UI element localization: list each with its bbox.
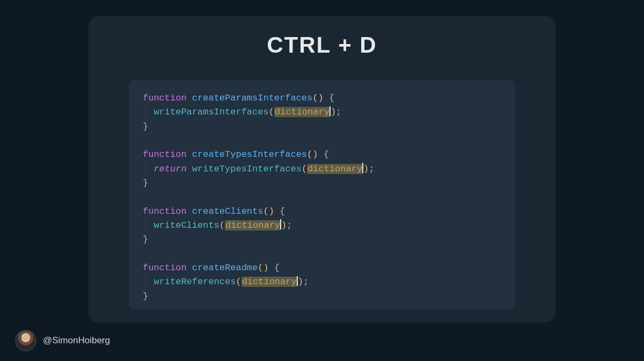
avatar [15, 330, 36, 351]
page-title: CTRL + D [0, 32, 644, 58]
author-footer: @SimonHoiberg [15, 330, 110, 351]
author-handle: @SimonHoiberg [43, 335, 110, 346]
code-editor-panel[interactable]: function createParamsInterfaces() { │ wr… [129, 80, 515, 309]
code-block[interactable]: function createParamsInterfaces() { │ wr… [143, 91, 501, 304]
